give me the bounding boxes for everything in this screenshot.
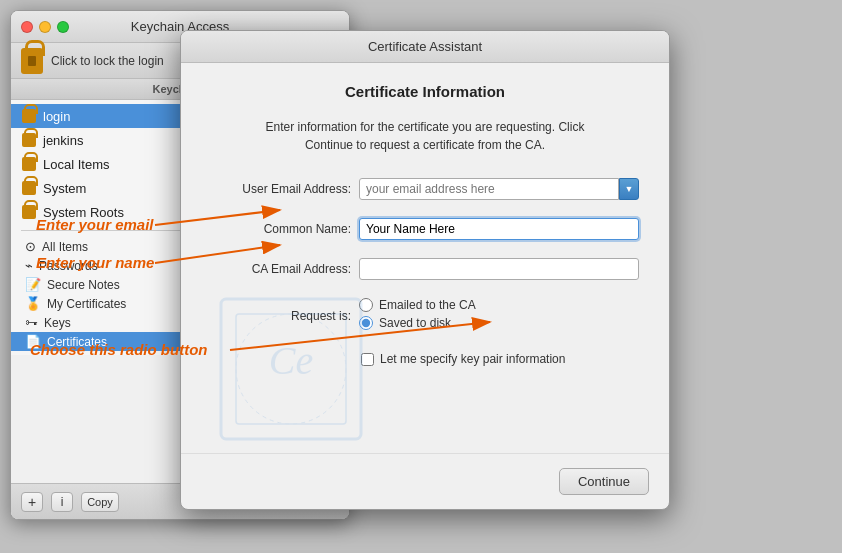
- window-controls: [21, 21, 69, 33]
- dialog-footer: Continue: [181, 453, 669, 509]
- email-label: User Email Address:: [211, 182, 351, 196]
- sidebar-item-system-label: System: [43, 181, 86, 196]
- dialog-description: Enter information for the certificate yo…: [211, 118, 639, 154]
- sidebar-item-local-label: Local Items: [43, 157, 109, 172]
- email-row: User Email Address:: [211, 178, 639, 200]
- lock-icon: [21, 48, 43, 74]
- lock-small-icon-4: [22, 181, 36, 195]
- lock-icon-inner: [28, 56, 36, 66]
- common-name-label: Common Name:: [211, 222, 351, 236]
- checkbox-row: Let me specify key pair information: [361, 352, 639, 366]
- continue-button[interactable]: Continue: [559, 468, 649, 495]
- svg-text:Ce: Ce: [269, 338, 313, 383]
- ca-email-input[interactable]: [359, 258, 639, 280]
- my-certs-icon: 🏅: [25, 296, 41, 311]
- ca-email-label: CA Email Address:: [211, 262, 351, 276]
- certs-icon: 📄: [25, 334, 41, 349]
- dialog-title-bar: Certificate Assistant: [181, 31, 669, 63]
- copy-button[interactable]: Copy: [81, 492, 119, 512]
- sidebar-item-jenkins-label: jenkins: [43, 133, 83, 148]
- all-items-icon: ⊙: [25, 239, 36, 254]
- email-input-wrapper: [359, 178, 639, 200]
- passwords-label: Passwords: [39, 259, 98, 273]
- key-pair-label: Let me specify key pair information: [380, 352, 565, 366]
- lock-icon-roots: [21, 203, 37, 221]
- secure-notes-label: Secure Notes: [47, 278, 120, 292]
- radio-group: Emailed to the CA Saved to disk: [359, 298, 476, 334]
- common-name-row: Common Name:: [211, 218, 639, 240]
- ca-email-row: CA Email Address:: [211, 258, 639, 280]
- all-items-label: All Items: [42, 240, 88, 254]
- lock-small-icon: [22, 109, 36, 123]
- add-button[interactable]: +: [21, 492, 43, 512]
- email-input[interactable]: [359, 178, 619, 200]
- lock-icon-system: [21, 179, 37, 197]
- cert-watermark: Ce: [211, 289, 371, 449]
- lock-small-icon-5: [22, 205, 36, 219]
- maximize-button[interactable]: [57, 21, 69, 33]
- email-dropdown-button[interactable]: [619, 178, 639, 200]
- sidebar-item-login-label: login: [43, 109, 70, 124]
- sidebar-item-roots-label: System Roots: [43, 205, 124, 220]
- my-certs-label: My Certificates: [47, 297, 126, 311]
- radio-emailed-label: Emailed to the CA: [379, 298, 476, 312]
- minimize-button[interactable]: [39, 21, 51, 33]
- certs-label: Certificates: [47, 335, 107, 349]
- lock-label: Click to lock the login: [51, 54, 164, 68]
- info-button[interactable]: i: [51, 492, 73, 512]
- lock-small-icon-2: [22, 133, 36, 147]
- dialog-title: Certificate Assistant: [368, 39, 482, 54]
- common-name-input[interactable]: [359, 218, 639, 240]
- dialog-section-title: Certificate Information: [211, 83, 639, 100]
- passwords-icon: ⌁: [25, 258, 33, 273]
- certificate-dialog: Certificate Assistant Ce Certificate Inf…: [180, 30, 670, 510]
- lock-icon-jenkins: [21, 131, 37, 149]
- lock-icon-local: [21, 155, 37, 173]
- lock-icon-login: [21, 107, 37, 125]
- close-button[interactable]: [21, 21, 33, 33]
- keys-label: Keys: [44, 316, 71, 330]
- secure-notes-icon: 📝: [25, 277, 41, 292]
- keys-icon: 🗝: [25, 315, 38, 330]
- lock-small-icon-3: [22, 157, 36, 171]
- radio-saved-label: Saved to disk: [379, 316, 451, 330]
